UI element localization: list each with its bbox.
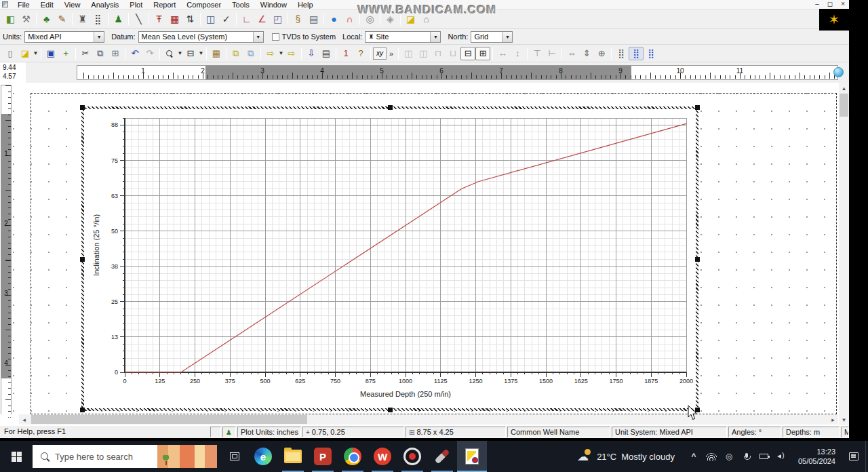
- plant-icon[interactable]: ♣: [39, 12, 54, 26]
- north-select[interactable]: Grid ▼: [471, 31, 513, 43]
- plot-window-icon[interactable]: ◫: [203, 12, 218, 26]
- scroll-down-icon[interactable]: ▾: [839, 415, 849, 425]
- resize-handle[interactable]: [80, 105, 85, 110]
- taskbar-app-pen-tool[interactable]: [427, 441, 457, 472]
- local-select[interactable]: ♜ Site ▼: [365, 31, 441, 43]
- magnet-icon[interactable]: ∩: [342, 12, 357, 26]
- tools-icon[interactable]: ⚒: [18, 12, 34, 26]
- print-icon[interactable]: ▤: [319, 47, 334, 60]
- start-button[interactable]: [0, 441, 33, 472]
- updown-icon[interactable]: ⇅: [182, 12, 198, 26]
- center-h-icon[interactable]: ⊟: [460, 47, 475, 60]
- scroll-up-icon[interactable]: ▴: [839, 83, 849, 93]
- wifi-icon[interactable]: [706, 451, 717, 462]
- menu-tools[interactable]: Tools: [226, 1, 255, 9]
- send-back-icon[interactable]: ⧉: [243, 47, 258, 60]
- copy-icon[interactable]: ⧉: [93, 47, 108, 60]
- center-v-icon[interactable]: ⊞: [475, 47, 490, 60]
- horizontal-scrollbar[interactable]: ◂ ▸: [0, 414, 839, 425]
- fit-page-icon[interactable]: ⊕: [594, 47, 609, 60]
- battery-icon[interactable]: [759, 451, 770, 462]
- chevron-down-icon[interactable]: ▼: [177, 50, 183, 56]
- fit-height-icon[interactable]: ⇕: [579, 47, 594, 60]
- chevron-down-icon[interactable]: ▼: [502, 32, 512, 42]
- scrollbar-track[interactable]: [29, 414, 828, 425]
- save-icon[interactable]: ▣: [43, 47, 58, 60]
- chart-frame[interactable]: 0125250375500625750875100011251250137515…: [81, 106, 698, 411]
- taskbar-clock[interactable]: 13:23 05/05/2024: [791, 447, 842, 466]
- space-v-icon[interactable]: ↕: [510, 47, 525, 60]
- bring-front-icon[interactable]: ⧉: [229, 47, 243, 60]
- task-view-button[interactable]: [221, 441, 248, 472]
- exit-icon[interactable]: 1: [338, 47, 353, 60]
- space-h-icon[interactable]: ↔: [495, 47, 510, 60]
- scroll-right-icon[interactable]: ▸: [828, 414, 838, 425]
- show-grid-icon[interactable]: ⣿: [644, 47, 658, 60]
- tray-chevron-icon[interactable]: ^: [688, 451, 699, 462]
- onedrive-icon[interactable]: ◎: [724, 451, 734, 462]
- help-icon[interactable]: ?: [353, 47, 368, 60]
- resize-handle[interactable]: [80, 408, 85, 412]
- close-button[interactable]: ×: [841, 0, 845, 7]
- scroll-left-icon[interactable]: ◂: [19, 414, 29, 425]
- volume-icon[interactable]: [776, 451, 787, 462]
- align-left-icon[interactable]: ◫: [401, 47, 416, 60]
- ruler-icon[interactable]: ⊟: [183, 47, 198, 60]
- xy-button[interactable]: xy: [373, 47, 387, 60]
- plot-curve-icon[interactable]: ∟: [239, 12, 254, 26]
- plot-canvas[interactable]: 1234 01252503755006257508751000112512501…: [0, 83, 849, 426]
- datum-select[interactable]: Mean Sea Level (System) ▼: [138, 31, 264, 43]
- export-icon[interactable]: ⇨: [263, 47, 278, 60]
- pen-icon[interactable]: ✎: [54, 12, 70, 26]
- scrollbar-thumb[interactable]: [840, 94, 848, 117]
- taskbar-app-p-app[interactable]: P: [308, 441, 338, 472]
- units-select[interactable]: Mixed API ▼: [24, 31, 104, 43]
- chevron-down-icon[interactable]: ▼: [253, 32, 263, 42]
- side-align-icon[interactable]: ⊢: [545, 47, 559, 60]
- menu-help[interactable]: Help: [292, 1, 319, 9]
- survey-tool-icon[interactable]: Ŧ: [151, 12, 167, 26]
- plot-angle-icon[interactable]: ∠: [254, 12, 270, 26]
- menu-report[interactable]: Report: [148, 1, 181, 9]
- import-icon[interactable]: ⇩: [304, 47, 319, 60]
- vertical-scrollbar[interactable]: ▴ ▾: [839, 83, 849, 425]
- action-center-button[interactable]: [842, 441, 865, 472]
- toolbar-overflow-chevron[interactable]: »: [387, 50, 396, 58]
- align-right-icon[interactable]: ◫: [416, 47, 431, 60]
- view-3d-icon[interactable]: ◰: [270, 12, 285, 26]
- derrick-icon[interactable]: ♜: [75, 12, 90, 26]
- menu-window[interactable]: Window: [255, 1, 292, 9]
- zoom-icon[interactable]: [162, 47, 177, 60]
- curve-check-icon[interactable]: ✓: [218, 12, 234, 26]
- show-desktop-button[interactable]: [865, 441, 868, 472]
- weather-widget[interactable]: ☁ 21°C Mostly cloudy: [577, 450, 684, 463]
- menu-edit[interactable]: Edit: [35, 1, 59, 9]
- menu-composer[interactable]: Composer: [181, 1, 226, 9]
- taskbar-app-compass-app[interactable]: [457, 441, 487, 472]
- undo-icon[interactable]: ↶: [127, 47, 142, 60]
- chevron-down-icon[interactable]: ▼: [278, 50, 284, 56]
- align-top-icon[interactable]: ⊓: [431, 47, 446, 60]
- taskbar-app-file-explorer[interactable]: [278, 441, 308, 472]
- menu-file[interactable]: File: [12, 1, 35, 9]
- new-icon[interactable]: ▯: [3, 47, 18, 60]
- top-align-icon[interactable]: ⊤: [530, 47, 545, 60]
- grid-dots-icon[interactable]: ⣿: [90, 12, 106, 26]
- cut-icon[interactable]: ✂: [78, 47, 93, 60]
- chevron-down-icon[interactable]: ▼: [33, 50, 39, 56]
- slant-well-icon[interactable]: ╲: [131, 12, 146, 26]
- paste-icon[interactable]: ⊞: [108, 47, 123, 60]
- tvds-checkbox[interactable]: [272, 33, 279, 41]
- chevron-down-icon[interactable]: ▼: [430, 32, 440, 42]
- add-icon[interactable]: +: [58, 47, 73, 60]
- chevron-down-icon[interactable]: ▼: [94, 32, 104, 42]
- resize-handle[interactable]: [695, 105, 700, 110]
- scroll-report-icon[interactable]: §: [290, 12, 306, 26]
- globe-icon[interactable]: ●: [326, 12, 342, 26]
- fit-width-icon[interactable]: ⇔: [564, 47, 579, 60]
- chevron-down-icon[interactable]: ▼: [198, 50, 204, 56]
- align-bottom-icon[interactable]: ⊔: [446, 47, 460, 60]
- pump-icon[interactable]: ◧: [3, 12, 18, 26]
- taskbar-app-bandicam[interactable]: [397, 441, 427, 472]
- taskbar-app-wps-office[interactable]: W: [368, 441, 397, 472]
